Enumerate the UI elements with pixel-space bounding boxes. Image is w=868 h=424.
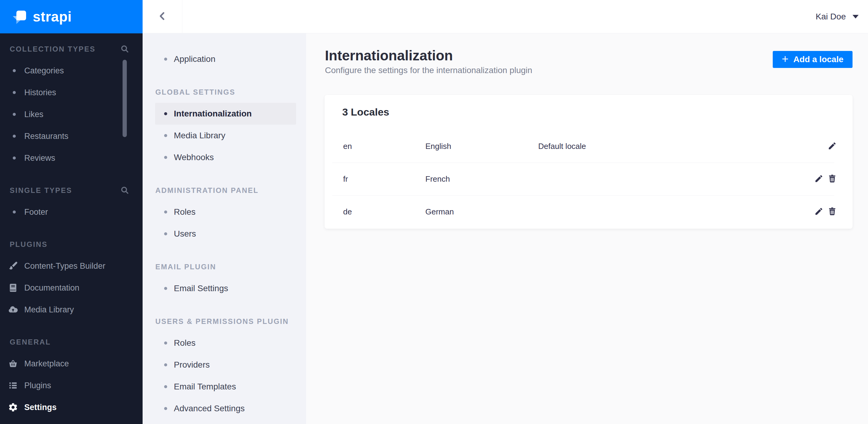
row-actions (814, 207, 852, 217)
strapi-logo[interactable]: strapi (0, 0, 143, 33)
settings-sidebar: Application GLOBAL SETTINGS Internationa… (143, 33, 306, 424)
settings-item-webhooks[interactable]: Webhooks (155, 146, 296, 168)
sidebar-item-histories[interactable]: Histories (0, 81, 143, 103)
settings-item-internationalization[interactable]: Internationalization (155, 103, 296, 125)
settings-item-label: Providers (174, 360, 210, 370)
settings-item-label: Application (174, 54, 215, 64)
sidebar-item-label: Settings (24, 403, 57, 412)
sidebar-scrollbar-thumb[interactable] (123, 60, 127, 137)
settings-item-advanced-settings[interactable]: Advanced Settings (155, 398, 296, 419)
settings-item-label: Roles (174, 207, 196, 217)
collection-types-heading-label: COLLECTION TYPES (10, 45, 96, 53)
sidebar-item-label: Documentation (24, 283, 80, 293)
general-heading: GENERAL (0, 338, 143, 346)
back-button[interactable] (143, 0, 182, 33)
settings-item-label: Webhooks (174, 153, 214, 162)
sidebar-item-documentation[interactable]: Documentation (0, 277, 143, 299)
settings-item-media-library[interactable]: Media Library (155, 125, 296, 146)
brush-icon (7, 260, 19, 272)
search-icon[interactable] (120, 44, 129, 54)
sidebar-item-label: Likes (24, 110, 43, 119)
table-row-en[interactable]: en English Default locale (324, 130, 852, 163)
global-settings-heading: GLOBAL SETTINGS (143, 88, 306, 96)
settings-group-application: Application (143, 48, 306, 70)
locale-code: fr (343, 174, 425, 184)
plugins-list: Content-Types Builder Documentation Medi… (0, 255, 143, 321)
strapi-logo-icon (13, 9, 27, 24)
gear-icon (7, 401, 19, 413)
basket-icon (7, 358, 19, 369)
sidebar-item-categories[interactable]: Categories (0, 60, 143, 81)
pencil-icon (828, 141, 837, 151)
settings-item-email-settings[interactable]: Email Settings (155, 278, 296, 299)
edit-locale-button[interactable] (814, 175, 824, 184)
strapi-logo-text: strapi (33, 8, 71, 25)
settings-item-application[interactable]: Application (155, 48, 296, 70)
sidebar-item-label: Marketplace (24, 359, 69, 368)
top-header: Kai Doe (143, 0, 868, 33)
sidebar-item-label: Reviews (24, 154, 55, 163)
settings-item-providers[interactable]: Providers (155, 354, 296, 376)
settings-item-label: Users (174, 229, 196, 239)
settings-group-global-settings: GLOBAL SETTINGS Internationalization Med… (143, 88, 306, 168)
cloud-upload-icon (7, 304, 19, 316)
row-actions (814, 175, 852, 184)
delete-locale-button[interactable] (828, 207, 837, 217)
sidebar-item-reviews[interactable]: Reviews (0, 147, 143, 169)
locales-card-title: 3 Locales (324, 95, 852, 118)
settings-item-up-roles[interactable]: Roles (155, 332, 296, 354)
bullet-icon (13, 91, 16, 94)
user-name: Kai Doe (815, 12, 846, 22)
delete-locale-button[interactable] (828, 175, 837, 184)
single-types-heading-label: SINGLE TYPES (10, 186, 72, 194)
settings-item-roles[interactable]: Roles (155, 201, 296, 223)
search-icon[interactable] (120, 186, 129, 195)
bullet-icon (13, 69, 16, 72)
locale-status: Default locale (538, 142, 828, 151)
settings-item-label: Media Library (174, 131, 225, 140)
locale-name: German (425, 207, 538, 217)
sidebar-item-label: Content-Types Builder (24, 261, 105, 271)
general-heading-label: GENERAL (10, 338, 51, 346)
settings-item-users[interactable]: Users (155, 223, 296, 245)
sidebar-item-content-types-builder[interactable]: Content-Types Builder (0, 255, 143, 277)
bullet-icon (13, 157, 16, 160)
sidebar-item-restaurants[interactable]: Restaurants (0, 125, 143, 147)
settings-item-email-templates[interactable]: Email Templates (155, 376, 296, 398)
plugins-heading: PLUGINS (0, 240, 143, 249)
sidebar-item-label: Footer (24, 207, 48, 217)
sidebar-item-marketplace[interactable]: Marketplace (0, 353, 143, 374)
general-list: Marketplace Plugins Settings (0, 353, 143, 418)
sidebar-item-settings[interactable]: Settings (0, 396, 143, 418)
locale-code: en (343, 142, 425, 151)
table-row-fr[interactable]: fr French (324, 163, 852, 195)
edit-locale-button[interactable] (828, 142, 837, 151)
add-locale-button[interactable]: + Add a locale (773, 51, 852, 68)
user-menu[interactable]: Kai Doe (815, 0, 859, 33)
sidebar-item-label: Media Library (24, 305, 74, 315)
book-icon (7, 282, 19, 294)
plus-icon: + (782, 53, 788, 65)
sidebar-item-label: Histories (24, 88, 56, 97)
sidebar-item-likes[interactable]: Likes (0, 103, 143, 125)
sidebar-item-plugins[interactable]: Plugins (0, 374, 143, 396)
sidebar-item-footer[interactable]: Footer (0, 201, 143, 223)
email-plugin-heading: EMAIL PLUGIN (143, 263, 306, 271)
edit-locale-button[interactable] (814, 207, 824, 217)
pencil-icon (814, 174, 824, 184)
main-sidebar: strapi COLLECTION TYPES Categories Histo… (0, 0, 143, 424)
locale-name: English (425, 142, 538, 151)
trash-icon (828, 174, 837, 184)
bullet-icon (13, 135, 16, 138)
settings-item-label: Email Templates (174, 382, 236, 392)
sidebar-item-label: Restaurants (24, 132, 68, 141)
table-row-de[interactable]: de German (324, 196, 852, 228)
section-single-types: SINGLE TYPES Footer (0, 187, 143, 223)
sidebar-item-media-library[interactable]: Media Library (0, 299, 143, 321)
locales-table: en English Default locale fr French (324, 130, 852, 228)
locale-code: de (343, 207, 425, 217)
row-actions (828, 142, 852, 151)
chevron-left-icon (157, 11, 168, 23)
collection-types-list: Categories Histories Likes Restaurants R… (0, 60, 143, 169)
bullet-icon (13, 113, 16, 116)
